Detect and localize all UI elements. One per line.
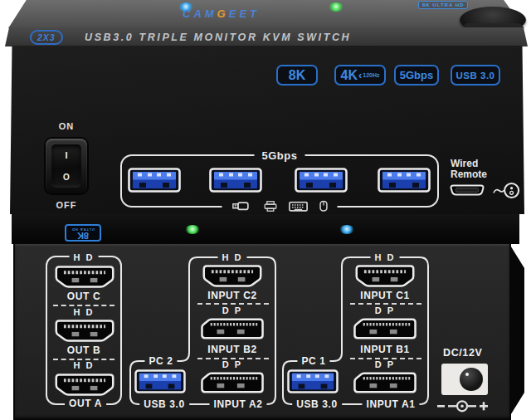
power-symbol-off: O	[63, 173, 70, 182]
divider	[350, 303, 421, 305]
kvm-switch-product-photo: CAMGEET 8K ULTRA HD SELECT 2X3 USB3.0 TR…	[0, 0, 531, 420]
rear-unit-side-face	[509, 244, 524, 417]
brand-part1: CAM	[183, 7, 217, 20]
divider	[197, 303, 269, 305]
peripheral-icons	[222, 200, 338, 212]
model-badge: 2X3	[30, 30, 63, 45]
hdmi-out-b-port	[55, 320, 114, 342]
badge-8k-label: 8K	[289, 68, 305, 83]
front-face: 8K 4K ‹ 120Hz 5Gbps USB 3.0 ON I O OFF 5…	[10, 46, 524, 214]
connector-type-label: D P	[375, 359, 395, 369]
connector-type-label: D P	[222, 305, 242, 315]
printer-icon	[264, 200, 278, 212]
dp-input-b1-port	[353, 318, 417, 339]
wired-remote-icon	[492, 180, 520, 201]
hdmi-input-c2-port	[202, 265, 262, 287]
wired-remote-line2: Remote	[451, 169, 487, 180]
badge-5gbps-label: 5Gbps	[400, 69, 433, 81]
usb3-hub-port	[295, 168, 348, 193]
badge-usb30: USB 3.0	[451, 65, 500, 85]
badge-8k: 8K	[276, 65, 318, 85]
chevron-icon: ‹	[358, 69, 362, 81]
port-label: INPUT A1	[362, 398, 419, 410]
usb-hub-group: 5Gbps	[120, 154, 439, 208]
port-label: INPUT B1	[360, 344, 409, 355]
badge-4k-120hz: 4K ‹ 120Hz	[334, 65, 386, 85]
power-switch: I O	[46, 139, 87, 193]
dp-input-a1-port	[353, 372, 417, 393]
edge-8k-label: 8K	[77, 233, 89, 240]
pc2-input-group: H D INPUT C2 D P INPUT B2 D P PC 2 USB 3…	[128, 251, 285, 410]
port-label: OUT A	[65, 398, 106, 409]
power-symbol-on: I	[65, 150, 67, 160]
usb3-hub-port	[209, 168, 262, 193]
edge-8k-badge: 8K ULTRA HD	[65, 224, 101, 242]
pc1-label: PC 1	[297, 355, 329, 367]
badge-usb30-label: USB 3.0	[456, 71, 495, 81]
usb3-pc1-port	[287, 369, 339, 393]
edge-8k-sub: ULTRA HD	[71, 227, 95, 233]
usb3-hub-port	[378, 168, 431, 193]
dp-input-b2-port	[201, 318, 264, 339]
port-label: INPUT C2	[207, 290, 256, 301]
brand-logo: CAMGEET	[183, 7, 260, 20]
hdmi-out-c-port	[55, 266, 114, 288]
front-edge-strip: 2X3 USB3.0 TRIPLE MONITOR KVM SWITCH	[5, 27, 528, 46]
port-label: INPUT B2	[207, 344, 256, 355]
pc2-label: PC 2	[144, 355, 177, 367]
power-on-label: ON	[59, 121, 75, 131]
rear-unit-top-strip: 8K ULTRA HD	[12, 214, 519, 244]
usb3-pc2-port	[134, 369, 186, 393]
hdmi-out-a-port	[55, 374, 114, 396]
dc-power-jack	[441, 364, 488, 395]
connector-type-label: H D	[371, 252, 400, 262]
keyboard-icon	[289, 201, 309, 212]
connector-type-label: H D	[218, 252, 247, 262]
usb-drive-icon	[231, 201, 253, 211]
badge-120hz-label: 120Hz	[363, 72, 379, 78]
connector-type-label: D P	[222, 359, 242, 369]
connector-type-label: H D	[74, 360, 95, 370]
polarity-icon	[436, 398, 491, 413]
rear-led-blue	[339, 225, 354, 234]
brand-part2: EET	[229, 7, 260, 20]
port-label: INPUT C1	[360, 290, 409, 301]
dp-input-a2-port	[201, 372, 264, 393]
pc1-input-group: H D INPUT C1 D P INPUT B1 D P PC 1 USB 3…	[280, 251, 438, 410]
wired-remote-label: Wired Remote	[451, 159, 487, 180]
hdmi-input-c1-port	[355, 265, 415, 287]
status-led-green	[329, 2, 343, 12]
badge-5gbps: 5Gbps	[394, 65, 439, 85]
dc-label: DC/12V	[443, 347, 482, 359]
port-label: OUT B	[67, 344, 100, 356]
port-label: INPUT A2	[209, 398, 266, 410]
connector-type-label: H D	[70, 252, 99, 262]
usb-label: USB 3.0	[292, 398, 342, 410]
usb-label: USB 3.0	[139, 398, 189, 410]
badge-4k-label: 4K	[340, 68, 357, 83]
hub-speed-label: 5Gbps	[255, 149, 305, 162]
power-switch-rocker: I O	[51, 144, 81, 188]
connector-type-label: D P	[375, 305, 395, 315]
product-title: USB3.0 TRIPLE MONITOR KVM SWITCH	[85, 32, 351, 43]
outputs-group: H D OUT C H D OUT B H D OUT A	[46, 256, 122, 405]
micro-usb-port	[448, 183, 486, 197]
connector-type-label: H D	[74, 307, 95, 317]
dc-jack-hole	[460, 368, 483, 391]
divider	[53, 305, 114, 306]
brand-accent-letter: G	[217, 7, 229, 20]
rear-panel: H D OUT C H D OUT B H D OUT A H D INPUT …	[13, 242, 511, 420]
power-off-label: OFF	[56, 200, 77, 210]
usb3-hub-port	[128, 168, 181, 193]
rear-led-green	[185, 225, 200, 234]
top-face: CAMGEET 8K ULTRA HD	[8, 0, 524, 28]
port-label: OUT C	[67, 291, 100, 302]
mouse-icon	[319, 200, 329, 212]
